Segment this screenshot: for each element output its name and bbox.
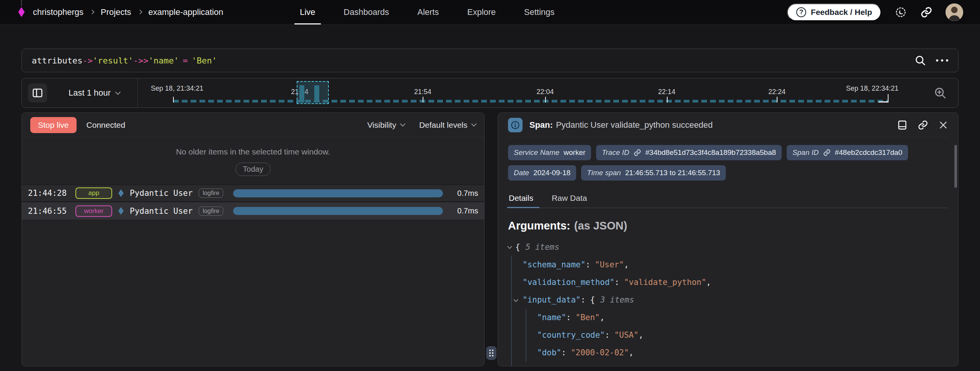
timeline-dashed-line [173, 100, 889, 103]
query-more-menu-icon[interactable] [936, 59, 948, 62]
topbar-actions: ? Feedback / Help [787, 3, 963, 21]
sidebar-toggle-button[interactable] [28, 83, 47, 103]
json-brace: } [523, 366, 528, 366]
json-key: "validation_method" [523, 278, 614, 287]
drag-grip-icon [489, 350, 493, 356]
arguments-json-tree: {5 items "schema_name":"User", "validati… [508, 238, 948, 366]
logfire-logo[interactable] [17, 0, 26, 24]
feedback-help-button[interactable]: ? Feedback / Help [787, 3, 881, 21]
link-icon[interactable] [823, 149, 831, 156]
badge-label: Span ID [792, 148, 819, 157]
search-icon[interactable] [915, 55, 926, 66]
json-comma: , [624, 260, 629, 269]
default-levels-dropdown[interactable]: Default levels [419, 120, 476, 130]
timeline-zoom-button[interactable] [934, 86, 947, 99]
query-input[interactable]: attributes->'result'->>'name'='Ben' [21, 49, 959, 72]
time-span-badge: Time span 21:46:55.713 to 21:46:55.713 [581, 165, 726, 181]
empty-state: No older items in the selected time wind… [22, 137, 484, 176]
logfire-diamond-icon [18, 7, 25, 17]
detail-tabs: Details Raw Data [508, 190, 948, 208]
span-row-selected[interactable]: 21:46:55 worker Pydantic User logfire 0.… [22, 202, 484, 220]
breadcrumb: christophergs Projects example-applicati… [33, 7, 223, 17]
tick-mark [423, 97, 423, 103]
badge-value: 2024-09-18 [533, 169, 570, 177]
help-icon: ? [796, 7, 806, 17]
arguments-suffix: (as JSON) [574, 220, 627, 232]
badge-value: 21:46:55.713 to 21:46:55.713 [625, 169, 720, 177]
query-token: = [183, 56, 188, 65]
visibility-dropdown[interactable]: Visibility [367, 120, 404, 130]
copy-link-button[interactable] [918, 120, 928, 130]
stop-live-button[interactable]: Stop live [30, 117, 77, 133]
span-row[interactable]: 21:44:28 app Pydantic User logfire 0.7ms [22, 185, 484, 202]
visibility-label: Visibility [367, 120, 396, 130]
theme-toggle-button[interactable] [894, 6, 907, 19]
panel-resize-handle[interactable] [486, 346, 497, 360]
json-nested-block: "name":"Ben", "country_code":"USA", "dob… [526, 309, 948, 361]
tick-mark [545, 97, 546, 103]
json-line: "dob":"2000-02-02", [537, 344, 948, 361]
tab-alerts[interactable]: Alerts [406, 0, 450, 24]
json-key: "input_data" [523, 295, 581, 304]
user-avatar[interactable] [946, 3, 963, 21]
avatar-photo [946, 3, 963, 21]
tab-settings[interactable]: Settings [513, 0, 566, 24]
tab-raw-data[interactable]: Raw Data [551, 190, 588, 208]
share-link-button[interactable] [920, 6, 933, 18]
badge-value: #34bd8e51d73c3f4c8a189b72338a5ba8 [645, 148, 776, 157]
span-title: Span:Pydantic User validate_python succe… [529, 120, 713, 130]
badge-label: Date [514, 169, 529, 177]
connection-status: Connected [87, 120, 126, 130]
json-comma: , [706, 278, 711, 287]
collapse-icon[interactable] [507, 244, 512, 249]
default-levels-label: Default levels [419, 120, 467, 130]
chevron-down-icon [471, 121, 477, 127]
arguments-heading: Arguments:(as JSON) [508, 220, 948, 232]
badge-label: Service Name [514, 148, 559, 157]
span-title-text: Pydantic User validate_python succeeded [556, 120, 713, 130]
timeline-end-tick-bar [879, 101, 889, 103]
today-pill[interactable]: Today [235, 163, 270, 176]
json-value: "User" [595, 260, 624, 269]
json-line: "schema_name":"User", [523, 256, 948, 273]
service-name-badge: Service Name worker [508, 145, 591, 160]
scrollbar-thumb[interactable] [954, 145, 957, 188]
detail-panel-actions [897, 120, 948, 130]
link-icon[interactable] [634, 149, 641, 156]
timeline-track[interactable]: Sep 18, 21:34:21 Sep 18, 22:34:21 21:44 … [173, 78, 889, 107]
json-line-close: } [523, 361, 948, 366]
span-timestamp: 21:46:55 [28, 207, 69, 216]
scope-tag: logfire [199, 189, 223, 198]
span-kind-diamond-icon [118, 189, 124, 197]
timeline-selection-window[interactable] [297, 81, 329, 104]
json-colon: : [581, 295, 586, 304]
arguments-label: Arguments: [508, 220, 570, 232]
zoom-in-icon [934, 86, 947, 99]
json-item-count: 3 items [600, 295, 634, 304]
tab-dashboards[interactable]: Dashboards [332, 0, 401, 24]
live-panel-dropdowns: Visibility Default levels [367, 120, 476, 130]
service-badge-worker: worker [75, 205, 112, 217]
time-range-dropdown[interactable]: Last 1 hour [69, 88, 120, 98]
json-colon: : [614, 278, 619, 287]
breadcrumb-projects[interactable]: Projects [101, 7, 131, 17]
span-list: 21:44:28 app Pydantic User logfire 0.7ms… [22, 184, 484, 220]
panel-layout-button[interactable] [897, 120, 908, 130]
collapse-icon[interactable] [513, 297, 518, 302]
tab-live[interactable]: Live [288, 0, 327, 24]
live-panel-header: Stop live Connected Visibility Default l… [22, 113, 484, 137]
breadcrumb-project-name[interactable]: example-application [149, 7, 224, 17]
json-colon: : [566, 313, 571, 322]
close-button[interactable] [938, 120, 948, 130]
live-feed-panel: Stop live Connected Visibility Default l… [21, 112, 485, 366]
tick-label: 22:04 [536, 88, 554, 96]
breadcrumb-org[interactable]: christophergs [33, 7, 83, 17]
tab-details[interactable]: Details [508, 190, 534, 208]
json-colon: : [605, 330, 610, 340]
tab-explore[interactable]: Explore [456, 0, 507, 24]
timeline-track-zone: Sep 18, 21:34:21 Sep 18, 22:34:21 21:44 … [138, 78, 952, 107]
chevron-right-icon [90, 10, 95, 15]
json-comma: , [629, 348, 634, 357]
top-navigation-bar: christophergs Projects example-applicati… [0, 0, 980, 24]
timeline-end-label: Sep 18, 22:34:21 [846, 85, 898, 93]
